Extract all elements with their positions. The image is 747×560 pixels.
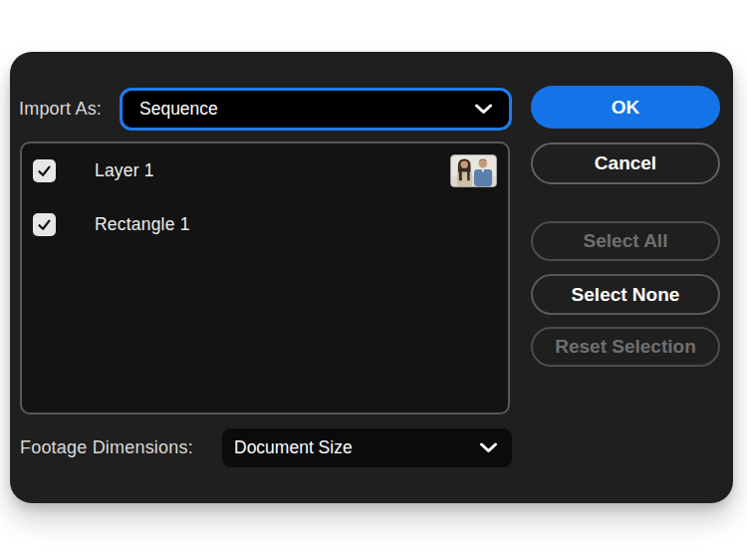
ok-button[interactable]: OK xyxy=(531,86,720,129)
chevron-down-icon xyxy=(479,442,498,453)
footage-dimensions-label: Footage Dimensions: xyxy=(20,428,193,467)
layer-1-thumbnail-photo xyxy=(450,154,497,187)
footage-dimensions-value: Document Size xyxy=(234,437,353,458)
reset-selection-button[interactable]: Reset Selection xyxy=(531,327,720,367)
checkmark-icon xyxy=(36,162,53,179)
rectangle-1-checkbox[interactable] xyxy=(33,213,56,236)
import-layers-dialog: Import As: Sequence OK Cancel Select All… xyxy=(10,52,733,503)
layer-row-layer-1[interactable]: Layer 1 xyxy=(22,143,508,197)
select-none-button[interactable]: Select None xyxy=(531,274,720,315)
cancel-button[interactable]: Cancel xyxy=(531,142,720,184)
layer-1-checkbox[interactable] xyxy=(33,159,56,182)
import-as-value: Sequence xyxy=(139,99,218,120)
import-as-label: Import As: xyxy=(19,88,102,131)
layer-name: Rectangle 1 xyxy=(95,214,190,235)
checkmark-icon xyxy=(36,216,53,233)
footage-dimensions-dropdown[interactable]: Document Size xyxy=(222,428,512,467)
layer-name: Layer 1 xyxy=(95,160,154,181)
select-all-button[interactable]: Select All xyxy=(531,221,720,261)
chevron-down-icon xyxy=(474,104,493,115)
layer-list-panel: Layer 1 xyxy=(20,141,510,415)
layer-row-rectangle-1[interactable]: Rectangle 1 xyxy=(22,197,508,251)
screen-background: Import As: Sequence OK Cancel Select All… xyxy=(0,0,747,560)
import-as-dropdown[interactable]: Sequence xyxy=(120,88,512,131)
